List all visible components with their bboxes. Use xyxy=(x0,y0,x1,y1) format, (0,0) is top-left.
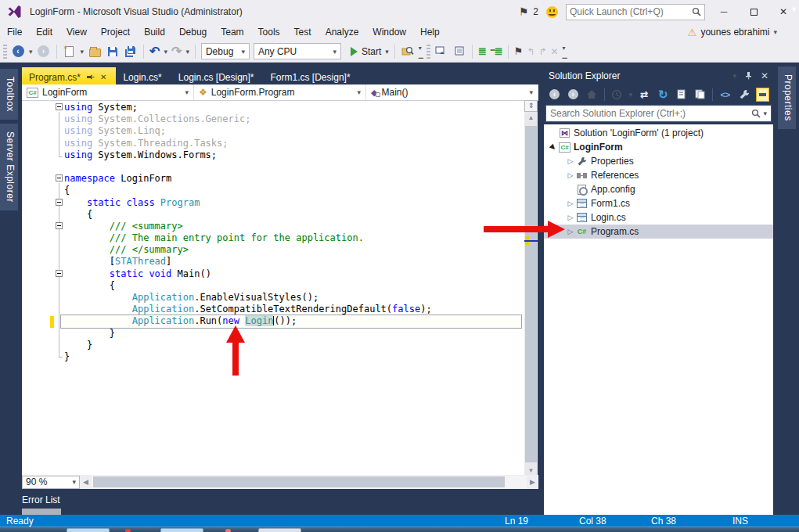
toolbar-overflow-icon[interactable]: ▾▁ xyxy=(419,45,423,59)
outline-collapse-box[interactable] xyxy=(56,270,63,277)
scroll-left-icon[interactable]: ◀ xyxy=(80,478,92,486)
code-line[interactable]: using System.Linq; xyxy=(61,125,521,137)
minimize-button[interactable]: ─ xyxy=(713,3,735,20)
editor-horizontal-scrollbar[interactable] xyxy=(92,476,527,488)
collapse-all-icon[interactable] xyxy=(675,88,689,102)
document-tab-form1-cs-design[interactable]: Form1.cs [Design]* xyxy=(264,67,360,84)
navigate-forward-icon[interactable]: › xyxy=(37,44,51,59)
maximize-button[interactable] xyxy=(743,3,765,20)
uncomment-selection-icon[interactable] xyxy=(452,44,466,59)
code-line[interactable]: using System; xyxy=(61,102,521,113)
feedback-smiley-icon[interactable] xyxy=(546,6,558,18)
tree-item-solution-loginform-1-project[interactable]: ⋈Solution 'LoginForm' (1 project) xyxy=(544,126,773,140)
menu-tools[interactable]: Tools xyxy=(251,24,287,40)
start-debug-play-icon[interactable] xyxy=(351,47,358,56)
taskbar-button[interactable] xyxy=(258,528,301,532)
tree-expand-icon[interactable]: ▷ xyxy=(566,157,575,165)
code-line[interactable]: { xyxy=(61,280,521,292)
back-icon[interactable]: ‹ xyxy=(548,88,561,102)
tree-item-properties[interactable]: ▷Properties xyxy=(544,154,773,168)
code-line[interactable] xyxy=(61,161,521,173)
next-bookmark-icon[interactable]: ↱ xyxy=(538,46,546,57)
notifications-flag-icon[interactable]: ⚑ xyxy=(519,5,529,18)
document-tab-login-cs-design[interactable]: Login.cs [Design]* xyxy=(171,67,264,84)
window-position-icon[interactable]: ▾ xyxy=(732,72,736,80)
taskbar-button[interactable] xyxy=(67,528,110,532)
tree-item-loginform[interactable]: ▶C#LoginForm xyxy=(544,140,773,154)
taskbar-button[interactable] xyxy=(225,529,231,532)
solution-explorer-search-input[interactable] xyxy=(550,108,751,119)
forward-icon[interactable]: › xyxy=(567,88,580,102)
navbar-dropdown-loginform[interactable]: C#LoginForm▾ xyxy=(22,84,194,100)
close-panel-icon[interactable]: ✕ xyxy=(761,70,768,81)
scroll-down-icon[interactable]: ▼ xyxy=(524,467,538,474)
code-line[interactable]: Application.Run(new Login()); xyxy=(61,315,521,327)
menu-help[interactable]: Help xyxy=(413,24,447,40)
undo-dropdown[interactable]: ▾ xyxy=(164,48,167,56)
tree-expand-icon[interactable]: ▷ xyxy=(566,214,575,221)
code-line[interactable]: static class Program xyxy=(61,197,521,209)
editor-vertical-scrollbar[interactable]: ⇕ ▲ ▼ xyxy=(524,101,538,475)
scroll-right-icon[interactable]: ▶ xyxy=(527,478,538,486)
code-line[interactable]: /// </summary> xyxy=(61,244,521,256)
code-line[interactable]: static void Main() xyxy=(61,268,521,280)
pin-tab-icon[interactable] xyxy=(86,73,95,81)
menu-edit[interactable]: Edit xyxy=(29,24,59,40)
sidebar-tab-properties[interactable]: Properties xyxy=(778,66,796,129)
notification-count[interactable]: 2 xyxy=(533,6,538,17)
toolbar-overflow-icon[interactable]: ▾▁ xyxy=(562,45,566,59)
tree-item-login-cs[interactable]: ▷Login.cs xyxy=(544,210,773,225)
redo-dropdown[interactable]: ▾ xyxy=(185,48,189,56)
find-in-files-icon[interactable] xyxy=(401,44,415,59)
code-line[interactable]: Application.EnableVisualStyles(); xyxy=(61,292,521,304)
menu-project[interactable]: Project xyxy=(94,24,137,40)
properties-wrench-icon[interactable] xyxy=(737,88,750,102)
menu-window[interactable]: Window xyxy=(365,24,413,40)
code-line[interactable]: { xyxy=(61,185,521,196)
new-file-dropdown[interactable]: ▾ xyxy=(81,48,85,56)
solution-platform-combo[interactable]: Any CPU▾ xyxy=(254,43,341,59)
code-line[interactable]: /// The main entry point for the applica… xyxy=(61,232,521,244)
navbar-dropdown-loginform-program[interactable]: ❖LoginForm.Program▾ xyxy=(194,84,366,100)
menu-build[interactable]: Build xyxy=(137,24,172,40)
menu-view[interactable]: View xyxy=(59,24,94,40)
solution-explorer-search-box[interactable]: ▾ xyxy=(545,105,772,122)
code-line[interactable]: } xyxy=(61,340,521,351)
start-debug-dropdown[interactable]: ▾ xyxy=(385,48,389,56)
editor-zoom-combo[interactable]: 90 %▾ xyxy=(22,476,80,489)
start-debug-label[interactable]: Start xyxy=(362,46,381,57)
view-code-icon[interactable]: <> xyxy=(718,88,732,102)
close-tab-icon[interactable]: ✕ xyxy=(100,73,106,81)
menu-test[interactable]: Test xyxy=(287,24,319,40)
save-icon[interactable] xyxy=(106,44,120,59)
code-line[interactable]: using System.Collections.Generic; xyxy=(61,113,521,125)
filter-dropdown-icon[interactable]: ▾ xyxy=(628,91,632,99)
outline-collapse-box[interactable] xyxy=(56,199,63,206)
menu-team[interactable]: Team xyxy=(214,24,250,40)
code-editor[interactable]: using System;using System.Collections.Ge… xyxy=(22,101,524,475)
tab-overflow-icon[interactable]: ▼ xyxy=(790,5,797,13)
menu-debug[interactable]: Debug xyxy=(172,24,214,40)
taskbar-button[interactable] xyxy=(160,528,203,532)
outline-collapse-box[interactable] xyxy=(56,174,63,182)
menu-analyze[interactable]: Analyze xyxy=(319,24,366,40)
home-icon[interactable] xyxy=(585,88,599,102)
tree-item-form1-cs[interactable]: ▷Form1.cs xyxy=(544,196,773,210)
vertical-scrollbar-thumb[interactable] xyxy=(525,126,537,462)
code-line[interactable]: { xyxy=(61,209,521,221)
sync-with-active-document-icon[interactable]: ⇄ xyxy=(638,88,651,102)
preview-selected-items-toggle[interactable] xyxy=(756,88,769,102)
code-line[interactable]: namespace LoginForm xyxy=(61,173,521,185)
scroll-up-icon[interactable]: ▲ xyxy=(524,114,538,121)
comment-selection-icon[interactable] xyxy=(434,44,448,59)
toolbar-grip[interactable] xyxy=(426,45,430,59)
show-all-files-icon[interactable] xyxy=(694,88,707,102)
redo-icon[interactable]: ↷ xyxy=(171,44,182,59)
open-file-icon[interactable] xyxy=(88,44,102,59)
tree-item-references[interactable]: ▷References xyxy=(544,168,773,182)
clear-bookmarks-icon[interactable]: ✕ xyxy=(550,46,558,57)
pin-icon[interactable] xyxy=(744,71,753,80)
quick-launch-input[interactable] xyxy=(570,6,692,17)
error-list-tab[interactable]: Error List xyxy=(22,494,60,505)
decrease-indent-icon[interactable]: ≣ xyxy=(478,45,486,57)
